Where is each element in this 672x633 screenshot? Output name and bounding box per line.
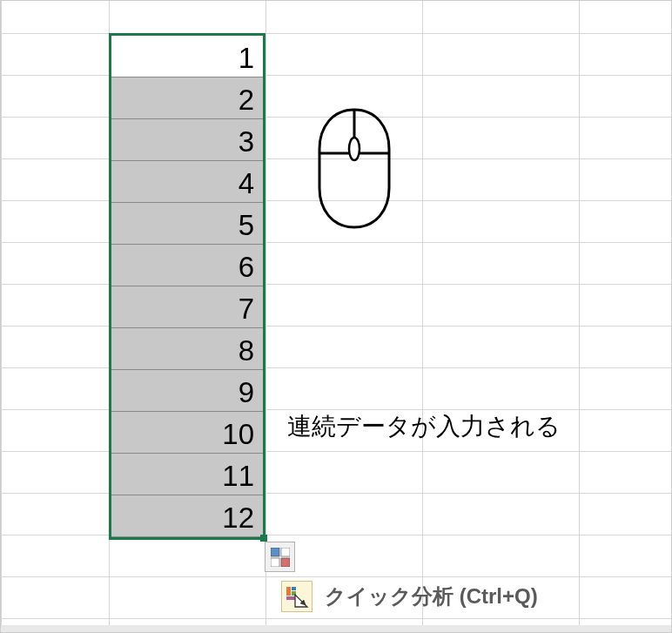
svg-rect-3 — [271, 548, 279, 556]
bottom-bar — [1, 625, 671, 633]
cell-value[interactable]: 9 — [111, 370, 263, 412]
cell-value[interactable]: 12 — [111, 495, 263, 537]
svg-rect-8 — [292, 587, 296, 590]
quick-analysis-icon — [281, 581, 312, 612]
svg-rect-7 — [286, 587, 291, 596]
cell-value[interactable]: 6 — [111, 245, 263, 286]
cell-value[interactable]: 7 — [111, 286, 263, 328]
fill-handle[interactable] — [260, 535, 267, 542]
svg-rect-6 — [281, 558, 290, 567]
annotation-label: 連続データが入力される — [287, 410, 561, 443]
cell-value[interactable]: 4 — [111, 161, 263, 203]
svg-rect-5 — [271, 558, 279, 567]
quick-analysis-tooltip[interactable]: クイック分析 (Ctrl+Q) — [281, 581, 538, 612]
cell-value[interactable]: 5 — [111, 203, 263, 245]
autofill-options-icon — [271, 548, 290, 567]
cell-value[interactable]: 8 — [111, 328, 263, 370]
svg-point-2 — [349, 138, 360, 160]
cell-value[interactable]: 1 — [111, 36, 263, 77]
cell-value[interactable]: 11 — [111, 454, 263, 495]
mouse-icon — [311, 105, 398, 235]
autofill-options-button[interactable] — [265, 542, 295, 572]
spreadsheet-grid-background — [1, 1, 671, 632]
svg-rect-4 — [281, 548, 290, 556]
cell-value[interactable]: 10 — [111, 412, 263, 454]
quick-analysis-label: クイック分析 (Ctrl+Q) — [325, 582, 538, 610]
selected-range[interactable]: 1 2 3 4 5 6 7 8 9 10 11 12 — [109, 33, 265, 540]
cell-value[interactable]: 2 — [111, 77, 263, 119]
cell-value[interactable]: 3 — [111, 119, 263, 161]
